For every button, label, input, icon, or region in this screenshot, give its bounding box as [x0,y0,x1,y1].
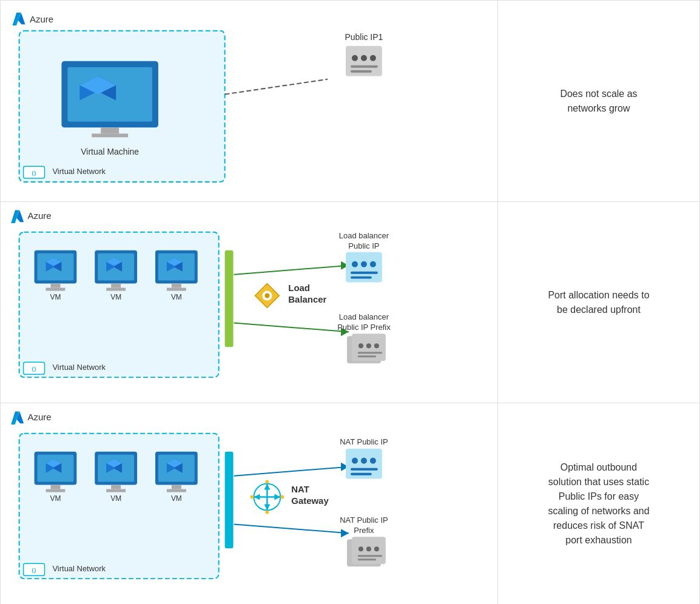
svg-line-9 [225,79,328,95]
svg-point-52 [264,294,269,298]
svg-line-119 [234,467,349,476]
svg-rect-43 [172,284,181,288]
svg-rect-128 [351,468,378,471]
svg-point-116 [280,495,284,499]
row3-svg: Azure VM VM [1,403,497,604]
svg-point-71 [358,343,363,348]
row3-desc: Optimal outbound solution that uses stat… [498,403,699,604]
svg-rect-15 [351,65,378,68]
svg-text:NAT Public IP: NAT Public IP [340,515,388,525]
svg-text:⟨⟩: ⟨⟩ [32,170,36,176]
main-grid: Azure Virtual Machine Public IP1 [0,0,700,604]
svg-text:VM: VM [50,294,61,302]
row3-description: Optimal outbound solution that uses stat… [548,460,649,548]
svg-line-121 [234,524,349,533]
svg-rect-16 [351,70,372,73]
svg-rect-83 [50,485,60,489]
svg-point-127 [370,458,376,464]
svg-rect-28 [46,288,66,291]
svg-point-62 [352,261,358,267]
svg-text:⟨⟩: ⟨⟩ [32,366,36,372]
row1-diagram: Azure Virtual Machine Public IP1 [1,1,498,202]
svg-point-134 [358,546,363,551]
svg-text:VM: VM [110,495,121,503]
svg-point-64 [370,261,376,267]
svg-text:Prefix: Prefix [354,526,374,535]
svg-point-136 [374,546,379,551]
svg-marker-110 [264,504,270,510]
svg-point-125 [352,458,358,464]
row1-description: Does not scale as networks grow [560,87,637,116]
row2-diagram: Azure VM VM [1,202,498,403]
svg-point-73 [374,343,379,348]
svg-text:VM: VM [171,294,182,302]
svg-text:Virtual Machine: Virtual Machine [81,147,139,156]
svg-rect-36 [106,288,126,291]
row2-description: Port allocation needs to be declared upf… [548,288,649,317]
svg-rect-105 [225,452,234,549]
svg-point-126 [361,458,367,464]
svg-line-57 [234,323,349,332]
svg-rect-6 [101,127,119,133]
svg-rect-49 [225,250,234,347]
row1-svg: Virtual Machine Public IP1 ⟨⟩ Virtual Ne… [1,1,497,201]
svg-rect-91 [111,485,121,489]
svg-rect-99 [172,485,181,489]
svg-text:Balancer: Balancer [288,294,326,304]
svg-rect-100 [167,489,186,492]
svg-point-135 [366,546,371,551]
svg-text:NAT: NAT [291,484,309,494]
svg-text:⟨⟩: ⟨⟩ [32,568,36,574]
svg-rect-65 [351,272,378,274]
svg-marker-111 [254,494,260,500]
svg-rect-138 [358,559,376,560]
svg-text:NAT Public IP: NAT Public IP [340,437,388,446]
svg-point-12 [352,55,358,61]
row3-diagram: Azure VM VM [1,403,498,604]
svg-rect-44 [167,288,186,291]
svg-text:VM: VM [50,495,61,503]
row2-desc: Port allocation needs to be declared upf… [498,202,699,403]
svg-rect-35 [111,284,121,288]
svg-marker-122 [341,529,349,537]
svg-text:Virtual Network: Virtual Network [52,363,106,372]
svg-text:VM: VM [110,294,121,302]
svg-point-115 [250,495,254,499]
svg-marker-109 [264,484,270,490]
svg-text:Virtual Network: Virtual Network [52,564,106,573]
svg-point-114 [265,510,269,514]
svg-rect-27 [50,284,60,288]
svg-text:Public IP1: Public IP1 [345,32,383,42]
svg-rect-75 [358,355,376,357]
row2-svg: Azure VM VM [1,202,497,403]
svg-rect-129 [351,473,372,475]
svg-text:Azure: Azure [28,210,52,221]
svg-text:Virtual Network: Virtual Network [52,167,106,176]
svg-rect-92 [106,489,126,492]
svg-text:Load: Load [288,283,310,293]
svg-point-113 [265,480,269,484]
svg-rect-137 [358,555,382,557]
svg-text:Load balancer: Load balancer [339,312,389,321]
svg-text:Load balancer: Load balancer [339,231,389,240]
svg-marker-112 [274,494,280,500]
svg-point-13 [361,55,367,61]
svg-text:Azure: Azure [28,412,52,422]
svg-text:Public IP Prefix: Public IP Prefix [337,323,391,332]
svg-rect-66 [351,277,372,279]
svg-point-63 [361,261,367,267]
svg-text:VM: VM [171,495,182,503]
svg-point-14 [370,55,376,61]
svg-line-55 [234,266,349,275]
svg-text:Gateway: Gateway [291,495,329,506]
svg-text:Public IP: Public IP [348,241,379,250]
row1-desc: Does not scale as networks grow [498,1,699,202]
svg-rect-7 [92,133,128,137]
svg-point-72 [366,343,371,348]
svg-rect-84 [46,489,66,492]
svg-rect-74 [358,352,382,354]
